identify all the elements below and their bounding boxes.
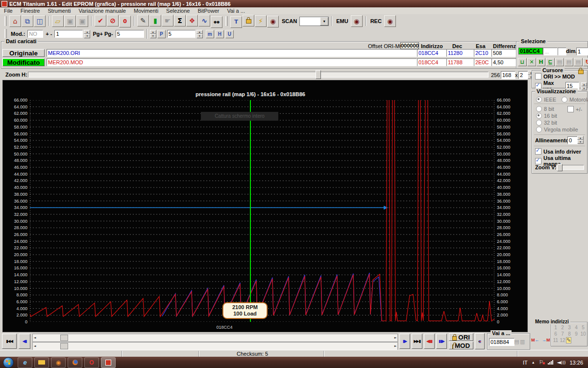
menu-file[interactable]: File	[0, 8, 17, 14]
action-center-flag-icon[interactable]: ⚐✖	[539, 359, 544, 366]
memo-slot-3[interactable]: 3	[566, 324, 573, 331]
taskbar-app-explorer[interactable]	[34, 357, 49, 368]
memo-slot-6[interactable]: 6	[552, 331, 559, 337]
sel-open-icon[interactable]: ⊔	[518, 58, 527, 66]
motorola-radio[interactable]	[562, 97, 567, 103]
usa-ultima-checkbox[interactable]	[535, 158, 541, 164]
scroll-left-icon[interactable]: ◄	[33, 334, 37, 341]
dim-field[interactable]: 1	[576, 48, 588, 55]
memo-slot-1[interactable]: 1	[552, 324, 559, 331]
menu-variazione-manuale[interactable]: Variazione manuale	[75, 8, 130, 14]
usa-info-row[interactable]: Usa info driver	[535, 148, 581, 155]
ori-mod-checkbox[interactable]	[535, 73, 541, 79]
p-icon[interactable]: P	[157, 30, 166, 38]
lock-icon[interactable]	[578, 70, 584, 74]
clock[interactable]: 13:26	[569, 360, 583, 366]
last-button[interactable]: ▶▶▮	[412, 334, 422, 349]
pm-checkbox[interactable]	[567, 106, 574, 112]
zoomh-width-field[interactable]: 168	[501, 71, 515, 79]
virgola-radio[interactable]	[536, 127, 542, 132]
pg-spinner[interactable]: ▲▼	[150, 30, 156, 38]
exit-door-icon[interactable]: ▮	[149, 15, 161, 26]
runner-icon[interactable]: ⚡	[255, 15, 267, 27]
shapes-icon[interactable]: ❖	[186, 15, 198, 26]
emu-record-icon[interactable]: ◉	[351, 15, 363, 27]
memo-edit-icon[interactable]: ✎	[566, 337, 571, 343]
pg-field[interactable]: 5	[116, 30, 144, 38]
ori-mod-checkbox-row[interactable]: ORI >> MOD	[535, 73, 575, 79]
originale-file-field[interactable]: MER200.ORI	[47, 49, 417, 57]
next-map-button[interactable]: ▮▮▶	[436, 334, 447, 349]
split-window-icon[interactable]: ◫	[34, 15, 46, 27]
modificato-file-field[interactable]: MER200.MOD	[47, 58, 417, 66]
scan-dropdown[interactable]: ▼	[299, 17, 329, 26]
refresh-icon[interactable]: ↻	[583, 58, 588, 66]
prev-button[interactable]: ◀▮	[19, 334, 30, 349]
memo-slot-7[interactable]: 7	[559, 331, 566, 337]
menu-strumenti[interactable]: Strumenti	[44, 8, 74, 14]
taskbar-app-opera[interactable]: O	[84, 357, 99, 368]
zoomv-slider[interactable]	[556, 165, 584, 170]
open-folder-icon[interactable]: ▱	[52, 15, 64, 27]
memo-slot-11[interactable]: 11	[552, 337, 559, 343]
taskbar-app-firefox[interactable]	[68, 357, 82, 368]
ieee-radio-row[interactable]: IEEE	[536, 97, 556, 103]
sel-close-icon[interactable]: ⊑	[546, 58, 555, 66]
8bit-radio-row[interactable]: 8 bit	[536, 106, 554, 112]
graph-icon[interactable]: ∿	[198, 15, 210, 26]
window-table-icon[interactable]: T	[230, 16, 242, 28]
sel-clear-icon[interactable]: ✕	[527, 58, 536, 66]
virgola-radio-row[interactable]: Virgola mobile	[536, 127, 578, 132]
sel-h-icon[interactable]: H	[537, 58, 545, 66]
step-spinner[interactable]: ▲▼	[84, 30, 90, 38]
speaker-icon[interactable]: ◄)))	[557, 359, 566, 366]
zoomv-slider-thumb[interactable]	[557, 164, 563, 171]
memo-slot-8[interactable]: 8	[566, 331, 573, 337]
scroll-right-icon[interactable]: ►	[393, 342, 397, 349]
32bit-radio[interactable]	[536, 120, 542, 126]
goto-mark-right-icon[interactable]: →M	[542, 338, 550, 342]
menu-vai-a[interactable]: Vai a ...	[223, 8, 248, 14]
modificato-button[interactable]: Modificato	[2, 58, 45, 66]
allineamento-field[interactable]: 0	[567, 136, 578, 144]
scrollbar-bottom[interactable]: ◄ ►	[32, 342, 398, 350]
16bit-radio-row[interactable]: 16 bit	[536, 113, 557, 119]
plot-region[interactable]	[30, 100, 494, 322]
zero-box-icon[interactable]: 0	[119, 16, 131, 27]
taskbar-app-media-player[interactable]: ◉	[51, 357, 66, 368]
rec-record-icon[interactable]: ◉	[384, 15, 396, 27]
menu-movimenti[interactable]: Movimenti	[130, 8, 162, 14]
p-spinner[interactable]: ▲▼	[196, 30, 203, 38]
step-field[interactable]: 1	[54, 30, 83, 38]
u-icon[interactable]: U	[225, 30, 234, 38]
first-button[interactable]: ▮◀◀	[2, 334, 17, 349]
record-icon[interactable]: ◉	[267, 16, 279, 27]
verify-icon[interactable]: ✔	[95, 15, 106, 26]
usa-info-checkbox[interactable]	[535, 148, 541, 155]
h-icon[interactable]: H	[216, 30, 224, 38]
menu-finestre[interactable]: Finestre	[17, 8, 44, 14]
start-button[interactable]	[3, 357, 14, 368]
home-icon[interactable]: ⌂	[9, 15, 21, 27]
language-indicator[interactable]: IT	[523, 360, 528, 366]
16bit-radio[interactable]	[536, 113, 542, 119]
p-field[interactable]: 5	[167, 30, 196, 38]
memo-slot-9[interactable]: 9	[573, 331, 580, 337]
sigma-icon[interactable]: Σ	[174, 15, 186, 26]
menu-selezione[interactable]: Selezione	[162, 8, 194, 14]
step-forward-button[interactable]: ▮▶	[399, 334, 410, 349]
ieee-radio[interactable]	[536, 97, 542, 103]
8bit-radio[interactable]	[536, 106, 542, 112]
chevron-down-icon[interactable]: ▼	[320, 17, 328, 26]
map-list-button[interactable]	[475, 333, 485, 349]
mod-lock-button[interactable]: MOD	[449, 342, 473, 349]
mod-value-field[interactable]: NO	[27, 30, 43, 38]
max-var-spinner[interactable]: ▲▼	[581, 82, 587, 89]
zoomh-slider[interactable]	[28, 72, 489, 78]
allineamento-spinner[interactable]: ▲▼	[577, 136, 584, 143]
taskbar-app-ecm-titanium[interactable]	[101, 357, 116, 368]
network-icon[interactable]	[548, 360, 553, 365]
tray-expand-icon[interactable]: ▲	[532, 361, 535, 364]
ori-lock-button[interactable]: ORI	[449, 333, 473, 341]
cascade-windows-icon[interactable]: ⧉	[22, 15, 33, 27]
